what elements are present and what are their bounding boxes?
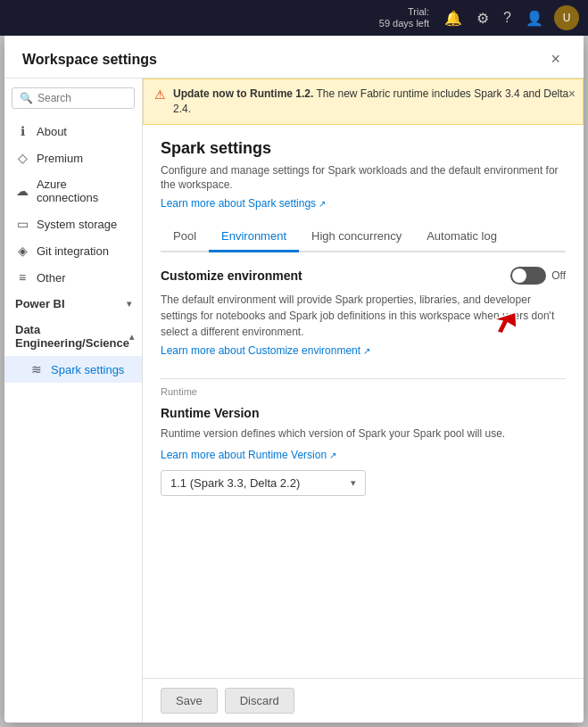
sidebar-item-label: Spark settings: [51, 363, 124, 376]
git-icon: ◈: [15, 244, 29, 258]
sidebar-item-other[interactable]: ≡ Other: [4, 264, 142, 291]
storage-icon: ▭: [15, 217, 29, 231]
page-description: Configure and manage settings for Spark …: [161, 163, 566, 194]
spark-icon: ≋: [29, 362, 44, 376]
top-bar: Trial: 59 days left 🔔 ⚙ ? 👤 U: [0, 0, 588, 36]
toggle-label: Off: [551, 269, 566, 282]
alert-text: Update now to Runtime 1.2. The new Fabri…: [173, 87, 572, 117]
customize-env-learn-link[interactable]: Learn more about Customize environment ↗: [161, 344, 370, 357]
sidebar-item-git-integration[interactable]: ◈ Git integration: [4, 237, 142, 264]
runtime-version-desc: Runtime version defines which version of…: [161, 425, 566, 442]
sidebar-section-data-engineering[interactable]: Data Engineering/Science ▴: [4, 317, 142, 356]
cloud-icon: ☁: [15, 184, 29, 198]
sidebar-section-powerbi[interactable]: Power BI ▾: [4, 291, 142, 317]
modal-header: Workspace settings ×: [4, 34, 584, 78]
sidebar-item-azure-connections[interactable]: ☁ Azure connections: [4, 171, 142, 211]
chevron-down-icon: ▾: [351, 477, 356, 489]
main-content: ⚠ Update now to Runtime 1.2. The new Fab…: [143, 78, 584, 723]
runtime-section-label: Runtime: [161, 386, 566, 397]
runtime-learn-link[interactable]: Learn more about Runtime Version ↗: [161, 449, 336, 461]
workspace-settings-modal: Workspace settings × 🔍 ℹ About ◇ Premium: [4, 34, 584, 723]
chevron-down-icon: ▾: [127, 299, 131, 309]
user-icon[interactable]: 👤: [522, 6, 547, 30]
search-box[interactable]: 🔍: [12, 87, 135, 109]
save-button[interactable]: Save: [161, 688, 218, 714]
alert-banner: ⚠ Update now to Runtime 1.2. The new Fab…: [143, 78, 584, 125]
toggle-thumb: [512, 268, 526, 283]
sidebar-section-label: Power BI: [15, 297, 65, 310]
search-input[interactable]: [37, 92, 127, 104]
sidebar: 🔍 ℹ About ◇ Premium ☁ Azure connections …: [4, 78, 143, 723]
trial-info: Trial: 59 days left: [379, 6, 429, 29]
customize-env-title: Customize environment: [161, 268, 302, 283]
settings-icon[interactable]: ⚙: [473, 6, 493, 30]
notification-icon[interactable]: 🔔: [441, 6, 466, 30]
sidebar-item-spark-settings[interactable]: ≋ Spark settings: [4, 356, 142, 383]
list-icon: ≡: [15, 270, 29, 285]
tab-pool[interactable]: Pool: [161, 222, 209, 252]
customize-env-toggle[interactable]: [510, 267, 546, 285]
avatar[interactable]: U: [554, 5, 579, 30]
diamond-icon: ◇: [15, 151, 29, 165]
external-link-icon: ↗: [329, 450, 336, 460]
runtime-separator: [161, 378, 566, 379]
external-link-icon: ↗: [363, 346, 370, 356]
customize-env-header: Customize environment Off: [161, 267, 566, 285]
discard-button[interactable]: Discard: [225, 688, 294, 714]
chevron-up-icon: ▴: [129, 332, 134, 342]
close-button[interactable]: ×: [545, 48, 566, 70]
spark-learn-link[interactable]: Learn more about Spark settings ↗: [161, 197, 326, 210]
help-icon[interactable]: ?: [500, 6, 515, 29]
alert-close-button[interactable]: ×: [568, 87, 576, 101]
customize-env-description: The default environment will provide Spa…: [161, 292, 566, 340]
toggle-wrapper: Off: [510, 267, 566, 285]
page-title: Spark settings: [161, 139, 566, 158]
tab-high-concurrency[interactable]: High concurrency: [299, 222, 414, 252]
modal-body: 🔍 ℹ About ◇ Premium ☁ Azure connections …: [4, 78, 584, 723]
search-icon: 🔍: [20, 92, 33, 104]
external-link-icon: ↗: [319, 199, 326, 209]
modal-title: Workspace settings: [22, 52, 157, 68]
tabs: Pool Environment High concurrency Automa…: [161, 222, 566, 252]
modal-footer: Save Discard: [143, 678, 584, 723]
warning-icon: ⚠: [154, 87, 166, 102]
tab-automatic-log[interactable]: Automatic log: [414, 222, 509, 252]
sidebar-item-label: System storage: [37, 218, 117, 231]
runtime-version-selected: 1.1 (Spark 3.3, Delta 2.2): [170, 476, 300, 490]
sidebar-item-premium[interactable]: ◇ Premium: [4, 145, 142, 171]
info-icon: ℹ: [15, 124, 29, 138]
sidebar-item-label: About: [37, 125, 67, 138]
content-area: Spark settings Configure and manage sett…: [143, 125, 584, 678]
sidebar-item-label: Other: [37, 271, 66, 285]
sidebar-item-system-storage[interactable]: ▭ System storage: [4, 211, 142, 237]
sidebar-item-about[interactable]: ℹ About: [4, 118, 142, 145]
sidebar-section-label: Data Engineering/Science: [15, 323, 129, 350]
tab-environment[interactable]: Environment: [209, 222, 299, 252]
sidebar-item-label: Azure connections: [37, 178, 131, 204]
sidebar-item-label: Git integration: [37, 244, 109, 258]
runtime-version-title: Runtime Version: [161, 406, 566, 420]
sidebar-item-label: Premium: [37, 152, 83, 165]
toggle-track: [510, 267, 546, 285]
runtime-version-dropdown[interactable]: 1.1 (Spark 3.3, Delta 2.2) ▾: [161, 470, 366, 496]
